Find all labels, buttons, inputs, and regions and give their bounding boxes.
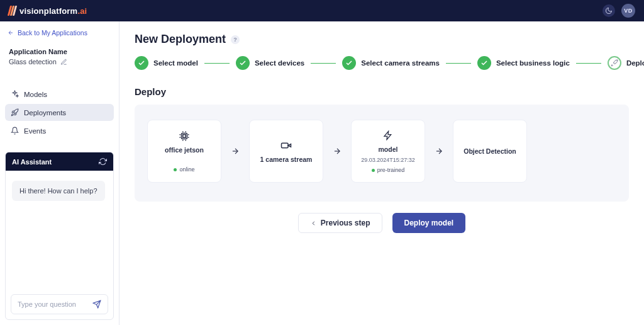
section-title: Deploy: [135, 86, 629, 97]
back-link-label: Back to My Applications: [18, 29, 87, 37]
check-icon: [236, 56, 250, 70]
button-label: Previous step: [321, 219, 370, 227]
deploy-panel: office jetson online 1 camera stream: [135, 105, 629, 202]
page-title-row: New Deployment ?: [135, 33, 629, 46]
user-avatar[interactable]: VD: [621, 4, 635, 18]
card-business-logic[interactable]: Object Detection: [453, 120, 527, 183]
application-name-value: Glass detection: [9, 58, 57, 66]
theme-toggle-icon[interactable]: [602, 4, 615, 17]
deploy-card-row: office jetson online 1 camera stream: [147, 120, 616, 183]
step-deploy[interactable]: Deploy: [608, 56, 644, 70]
camera-icon: [280, 139, 292, 152]
step-connector: [311, 63, 336, 64]
ai-assistant-panel: AI Assistant Hi there! How can I help? T…: [5, 152, 114, 320]
card-subtitle: 29.03.2024T15:27:32: [361, 157, 415, 163]
sidebar-item-label: Deployments: [24, 109, 66, 117]
ai-assistant-input[interactable]: Type your question: [11, 294, 108, 314]
card-status: online: [174, 166, 194, 173]
sidebar-item-models[interactable]: Models: [5, 86, 114, 103]
step-label: Select business logic: [496, 59, 570, 67]
check-icon: [342, 56, 356, 70]
step-select-model[interactable]: Select model: [135, 56, 198, 70]
application-name-label: Application Name: [9, 48, 110, 55]
svg-rect-0: [182, 134, 187, 139]
step-select-devices[interactable]: Select devices: [236, 56, 304, 70]
step-label: Select devices: [255, 59, 304, 67]
step-connector: [576, 63, 601, 64]
deploy-model-button[interactable]: Deploy model: [392, 213, 466, 233]
step-select-camera-streams[interactable]: Select camera streams: [342, 56, 440, 70]
card-stream[interactable]: 1 camera stream: [249, 120, 323, 183]
step-label: Select camera streams: [361, 59, 440, 67]
sidebar-item-label: Events: [24, 127, 46, 135]
ai-assistant-placeholder: Type your question: [18, 300, 76, 308]
user-initials: VD: [624, 8, 633, 14]
check-icon: [477, 56, 491, 70]
card-title: Object Detection: [464, 147, 516, 155]
step-select-business-logic[interactable]: Select business logic: [477, 56, 570, 70]
bolt-icon: [383, 129, 393, 142]
ai-assistant-greeting: Hi there! How can I help?: [12, 181, 105, 201]
cpu-icon: [179, 130, 190, 142]
edit-icon[interactable]: [60, 59, 67, 66]
sidebar: Back to My Applications Application Name…: [0, 21, 119, 325]
page-title: New Deployment: [135, 33, 226, 46]
sidebar-nav: Models Deployments Events: [5, 86, 114, 139]
arrow-right-icon: [230, 146, 240, 156]
stepper: Select model Select devices Select camer…: [135, 56, 629, 70]
arrow-right-icon: [332, 146, 342, 156]
previous-step-button[interactable]: Previous step: [298, 213, 382, 233]
check-icon: [135, 56, 148, 70]
main-content: New Deployment ? Select model Select dev…: [119, 21, 644, 325]
arrow-left-icon: [8, 30, 14, 36]
svg-rect-1: [183, 135, 186, 138]
step-label: Deploy: [626, 59, 644, 67]
step-label: Select model: [153, 59, 198, 67]
arrow-right-icon: [434, 146, 444, 156]
button-row: Previous step Deploy model: [135, 213, 629, 233]
chevron-left-icon: [310, 220, 317, 227]
card-title: model: [379, 145, 398, 153]
rocket-icon: [608, 56, 621, 70]
sidebar-item-events[interactable]: Events: [5, 122, 114, 139]
ai-assistant-title: AI Assistant: [12, 158, 52, 166]
application-name-box: Application Name Glass detection: [5, 43, 114, 68]
step-connector: [446, 63, 471, 64]
sidebar-item-label: Models: [24, 91, 47, 98]
back-link[interactable]: Back to My Applications: [5, 26, 114, 39]
sidebar-item-deployments[interactable]: Deployments: [5, 104, 114, 121]
brand-text: visionplatform.ai: [19, 6, 87, 16]
card-device[interactable]: office jetson online: [147, 120, 221, 183]
refresh-icon[interactable]: [99, 157, 107, 166]
sparkle-icon: [10, 90, 19, 98]
ai-assistant-body: Hi there! How can I help?: [6, 171, 113, 289]
ai-assistant-header: AI Assistant: [6, 152, 113, 171]
help-icon[interactable]: ?: [231, 35, 240, 44]
brand[interactable]: visionplatform.ai: [9, 6, 87, 16]
topbar: visionplatform.ai VD: [0, 0, 644, 21]
rocket-icon: [10, 108, 19, 117]
brand-logo-icon: [9, 6, 16, 16]
card-title: office jetson: [165, 146, 204, 154]
button-label: Deploy model: [404, 219, 454, 227]
send-icon[interactable]: [92, 300, 101, 309]
card-status: pre-trained: [372, 167, 405, 173]
card-title: 1 camera stream: [260, 156, 313, 163]
step-connector: [204, 63, 230, 64]
card-model[interactable]: model 29.03.2024T15:27:32 pre-trained: [351, 120, 425, 183]
bell-icon: [10, 127, 19, 135]
